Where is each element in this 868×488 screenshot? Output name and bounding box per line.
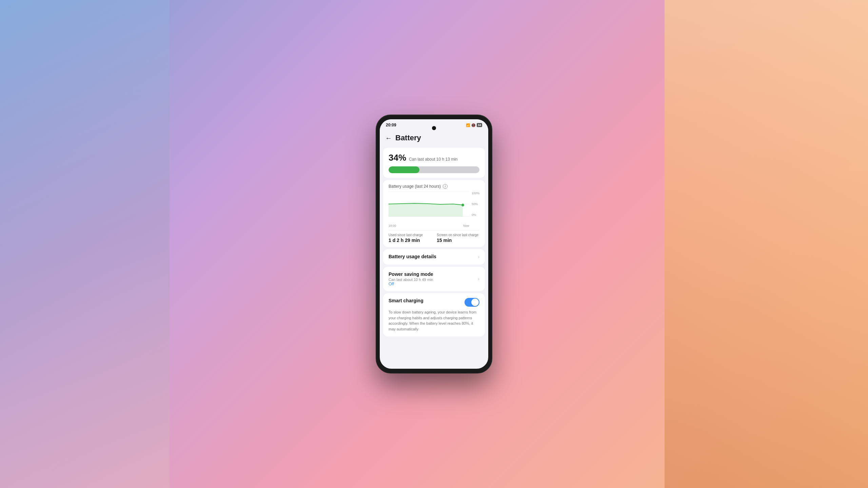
status-time: 20:09 xyxy=(386,123,396,127)
smart-charging-header: Smart charging xyxy=(389,298,479,307)
list-section: Battery usage details › xyxy=(383,249,485,265)
stat-screen-on: Screen on since last charge 15 min xyxy=(437,233,479,243)
info-icon[interactable]: i xyxy=(443,184,448,189)
battery-percentage: 34% xyxy=(389,152,406,163)
power-saving-title: Power saving mode xyxy=(389,271,475,277)
stats-row: Used since last charge 1 d 2 h 29 min Sc… xyxy=(389,230,479,243)
battery-time-left: Can last about 10 h 13 min xyxy=(409,157,457,162)
page-header: ← Battery xyxy=(380,129,488,146)
page-content: 34% Can last about 10 h 13 min Battery u… xyxy=(380,146,488,369)
signal-icon: 📵 xyxy=(471,123,475,127)
chart-x-end: Now xyxy=(463,224,469,227)
power-saving-subtitle: Can last about 10 h 49 min xyxy=(389,278,475,282)
stat-screen-value: 15 min xyxy=(437,238,479,243)
power-saving-chevron-icon: › xyxy=(478,276,479,282)
chart-y-50: 50% xyxy=(472,202,479,206)
stat-used-value: 1 d 2 h 29 min xyxy=(389,238,431,243)
smart-charging-toggle[interactable] xyxy=(465,298,479,307)
battery-status-icon: 34 xyxy=(477,123,482,127)
chart-y-0: 0% xyxy=(472,213,479,217)
stat-used-label: Used since last charge xyxy=(389,233,431,237)
usage-section: Battery usage (last 24 hours) i 100% 50%… xyxy=(383,180,485,247)
status-icons: 📶 📵 34 xyxy=(466,123,482,127)
chart-x-labels: 18:00 Now xyxy=(389,224,479,227)
status-bar: 20:09 📶 📵 34 xyxy=(380,119,488,129)
chart-y-labels: 100% 50% 0% xyxy=(472,191,479,222)
battery-chart: 100% 50% 0% xyxy=(389,191,479,222)
bluetooth-icon: 📶 xyxy=(466,123,470,127)
chart-y-100: 100% xyxy=(472,191,479,195)
bg-left xyxy=(0,0,170,488)
battery-usage-details-left: Battery usage details xyxy=(389,254,475,260)
power-saving-item[interactable]: Power saving mode Can last about 10 h 49… xyxy=(383,267,485,291)
phone-device: 20:09 📶 📵 34 ← Battery 34% Can last abou… xyxy=(376,115,492,373)
power-saving-left: Power saving mode Can last about 10 h 49… xyxy=(389,271,475,286)
chart-svg xyxy=(389,191,469,217)
svg-marker-3 xyxy=(389,203,463,217)
smart-charging-section: Smart charging To slow down battery agei… xyxy=(383,293,485,337)
battery-bar-fill xyxy=(389,166,419,173)
smart-charging-title: Smart charging xyxy=(389,298,423,303)
camera-notch xyxy=(432,126,436,130)
toggle-knob xyxy=(471,299,479,306)
battery-usage-details-title: Battery usage details xyxy=(389,254,475,259)
usage-title: Battery usage (last 24 hours) xyxy=(389,184,441,189)
power-saving-status: Off xyxy=(389,282,475,286)
back-button[interactable]: ← xyxy=(385,134,392,142)
battery-percentage-row: 34% Can last about 10 h 13 min xyxy=(389,152,479,163)
phone-screen: 20:09 📶 📵 34 ← Battery 34% Can last abou… xyxy=(380,119,488,369)
chart-x-start: 18:00 xyxy=(389,224,396,227)
battery-bar-container xyxy=(389,166,479,173)
svg-point-4 xyxy=(461,204,464,206)
stat-screen-label: Screen on since last charge xyxy=(437,233,479,237)
chevron-right-icon: › xyxy=(478,254,479,260)
battery-card: 34% Can last about 10 h 13 min xyxy=(383,148,485,178)
page-title: Battery xyxy=(395,134,421,142)
usage-header: Battery usage (last 24 hours) i xyxy=(389,184,479,189)
bg-right xyxy=(665,0,868,488)
battery-usage-details-item[interactable]: Battery usage details › xyxy=(383,249,485,265)
power-saving-section: Power saving mode Can last about 10 h 49… xyxy=(383,267,485,291)
stat-used-since-charge: Used since last charge 1 d 2 h 29 min xyxy=(389,233,431,243)
smart-charging-description: To slow down battery ageing, your device… xyxy=(389,309,479,332)
